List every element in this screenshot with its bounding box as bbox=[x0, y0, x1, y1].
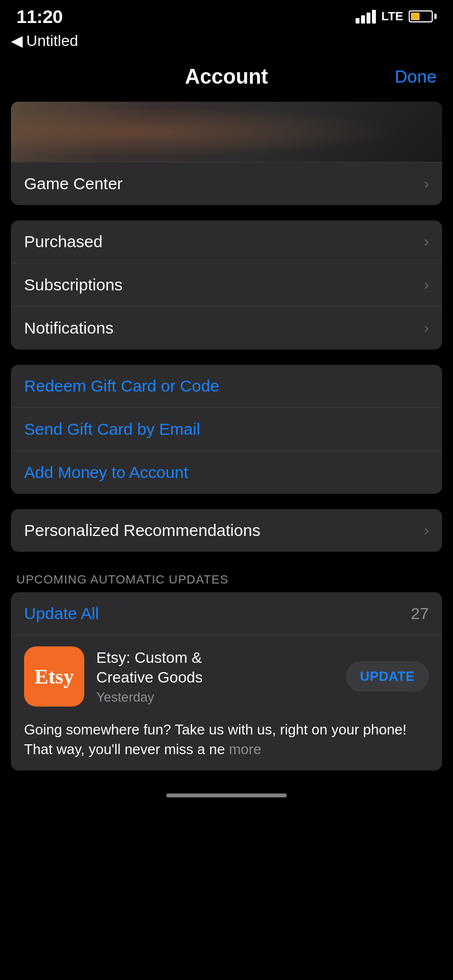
chevron-icon: › bbox=[424, 522, 429, 539]
update-count: 27 bbox=[411, 604, 429, 623]
etsy-app-name: Etsy: Custom &Creative Goods bbox=[96, 648, 334, 688]
profile-image bbox=[11, 102, 442, 162]
back-arrow-icon: ◀ bbox=[11, 32, 23, 50]
send-gift-card-label: Send Gift Card by Email bbox=[24, 420, 200, 439]
game-center-section: Game Center › bbox=[11, 102, 442, 205]
redeem-gift-card-item[interactable]: Redeem Gift Card or Code bbox=[11, 365, 442, 407]
add-money-item[interactable]: Add Money to Account bbox=[11, 451, 442, 494]
lte-icon: LTE bbox=[381, 9, 403, 24]
page-header: Account Done bbox=[0, 55, 453, 102]
personalized-recommendations-item[interactable]: Personalized Recommendations › bbox=[11, 509, 442, 552]
updates-section-label: UPCOMING AUTOMATIC UPDATES bbox=[0, 567, 453, 592]
notifications-label: Notifications bbox=[24, 319, 113, 337]
etsy-app-description: Going somewhere fun? Take us with us, ri… bbox=[11, 718, 442, 771]
back-navigation[interactable]: ◀ Untitled bbox=[0, 30, 453, 55]
etsy-app-info: Etsy: Custom &Creative Goods Yesterday bbox=[96, 648, 334, 705]
update-all-row[interactable]: Update All 27 bbox=[11, 592, 442, 635]
page-title: Account bbox=[60, 65, 393, 89]
personalized-recommendations-label: Personalized Recommendations bbox=[24, 521, 260, 540]
game-center-item[interactable]: Game Center › bbox=[11, 162, 442, 205]
etsy-app-icon: Etsy bbox=[24, 646, 84, 707]
send-gift-card-item[interactable]: Send Gift Card by Email bbox=[11, 407, 442, 451]
status-icons: LTE bbox=[356, 9, 437, 24]
status-time: 11:20 bbox=[16, 6, 62, 27]
purchased-item[interactable]: Purchased › bbox=[11, 220, 442, 263]
chevron-icon: › bbox=[424, 319, 429, 337]
signal-bars-icon bbox=[356, 10, 376, 24]
more-link[interactable]: more bbox=[229, 741, 261, 757]
chevron-icon: › bbox=[424, 175, 429, 192]
etsy-update-button[interactable]: UPDATE bbox=[346, 661, 429, 692]
etsy-app-row: Etsy Etsy: Custom &Creative Goods Yester… bbox=[11, 635, 442, 718]
etsy-app-date: Yesterday bbox=[96, 690, 334, 705]
home-bar bbox=[166, 794, 287, 797]
back-label: Untitled bbox=[26, 32, 78, 50]
gift-card-section: Redeem Gift Card or Code Send Gift Card … bbox=[11, 365, 442, 494]
redeem-gift-card-label: Redeem Gift Card or Code bbox=[24, 377, 219, 395]
notifications-item[interactable]: Notifications › bbox=[11, 306, 442, 349]
account-section: Purchased › Subscriptions › Notification… bbox=[11, 220, 442, 349]
recommendations-section: Personalized Recommendations › bbox=[11, 509, 442, 552]
subscriptions-label: Subscriptions bbox=[24, 276, 123, 294]
subscriptions-item[interactable]: Subscriptions › bbox=[11, 263, 442, 306]
home-indicator bbox=[0, 786, 453, 805]
chevron-icon: › bbox=[424, 276, 429, 294]
purchased-label: Purchased bbox=[24, 232, 102, 251]
battery-icon bbox=[409, 10, 437, 22]
updates-section: Update All 27 Etsy Etsy: Custom &Creativ… bbox=[11, 592, 442, 771]
status-bar: 11:20 LTE bbox=[0, 0, 453, 30]
add-money-label: Add Money to Account bbox=[24, 463, 188, 482]
done-button[interactable]: Done bbox=[393, 67, 437, 87]
update-all-label: Update All bbox=[24, 604, 99, 623]
chevron-icon: › bbox=[424, 233, 429, 250]
game-center-label: Game Center bbox=[24, 174, 123, 193]
